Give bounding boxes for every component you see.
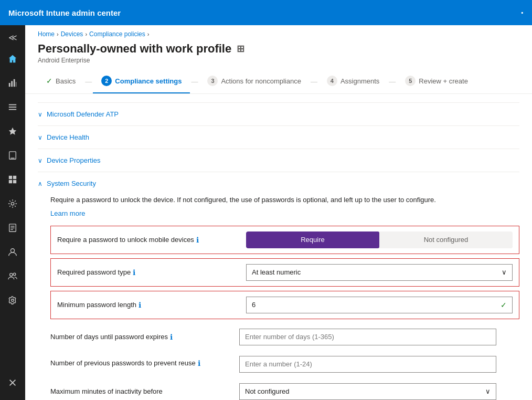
health-chevron-icon: ∨	[38, 134, 42, 141]
sidebar-icon-gear[interactable]	[0, 289, 25, 313]
topbar-title: Microsoft Intune admin center	[8, 8, 121, 17]
sidebar-icon-users[interactable]	[0, 265, 25, 289]
breadcrumb-home[interactable]: Home	[38, 30, 55, 38]
sidebar-icon-star[interactable]	[0, 120, 25, 144]
inactivity-chevron-icon: ∨	[485, 387, 491, 395]
password-type-label-text: Required password type	[57, 268, 131, 276]
wizard-tabs: ✓ Basics — 2 Compliance settings — 3 Act…	[25, 69, 532, 94]
password-type-control: At least numeric ∨	[246, 264, 513, 281]
password-type-info-icon[interactable]: ℹ	[133, 268, 135, 277]
form-row-expires: Number of days until password expires ℹ	[50, 323, 519, 351]
expires-label: Number of days until password expires ℹ	[50, 333, 239, 341]
inactivity-dropdown[interactable]: Not configured ∨	[239, 383, 496, 400]
section-properties: ∨ Device Properties	[38, 149, 519, 172]
min-length-info-icon[interactable]: ℹ	[139, 301, 141, 309]
min-length-value-row: 6 ✓	[252, 301, 507, 309]
previous-label: Number of previous passwords to prevent …	[50, 356, 239, 367]
expires-label-text: Number of days until password expires	[50, 333, 168, 341]
tab-assignments[interactable]: 4 Assignments	[318, 69, 388, 93]
learn-more-link[interactable]: Learn more	[50, 209, 85, 217]
tab-assignments-badge: 4	[327, 76, 337, 86]
properties-chevron-icon: ∨	[38, 157, 42, 164]
password-type-label: Required password type ℹ	[57, 268, 246, 277]
svg-rect-10	[9, 176, 12, 179]
sidebar-icon-grid[interactable]	[0, 169, 25, 193]
sidebar-icon-device[interactable]	[0, 144, 25, 169]
password-type-chevron-icon: ∨	[502, 268, 507, 276]
svg-rect-3	[16, 82, 16, 87]
sidebar-icon-settings[interactable]	[0, 193, 25, 217]
expires-control	[239, 329, 519, 345]
previous-control	[239, 356, 519, 373]
tab-review[interactable]: 5 Review + create	[397, 69, 476, 93]
svg-point-21	[13, 273, 16, 276]
tab-basics[interactable]: ✓ Basics	[38, 70, 84, 92]
previous-label-text: Number of previous passwords to prevent …	[50, 359, 196, 367]
sidebar-icon-report[interactable]	[0, 217, 25, 241]
section-security: ∧ System Security Require a password to …	[38, 172, 519, 400]
breadcrumb-policies[interactable]: Compliance policies	[89, 30, 145, 38]
section-security-header[interactable]: ∧ System Security	[38, 172, 519, 195]
section-properties-label: Device Properties	[47, 156, 101, 164]
svg-rect-13	[13, 180, 16, 183]
topbar-dot: ·	[520, 7, 524, 19]
toggle-not-configured[interactable]: Not configured	[379, 231, 513, 248]
security-chevron-icon: ∧	[38, 180, 42, 187]
inactivity-control: Not configured ∨	[239, 383, 519, 400]
form-row-password-type: Required password type ℹ At least numeri…	[50, 258, 519, 287]
form-area: ∨ Microsoft Defender ATP ∨ Device Health…	[25, 94, 532, 400]
tab-basics-label: Basics	[56, 77, 76, 85]
svg-rect-12	[9, 180, 12, 183]
section-defender: ∨ Microsoft Defender ATP	[38, 102, 519, 125]
page-title-row: Personally-owned with work profile ⊞	[38, 42, 519, 56]
min-length-label: Minimum password length ℹ	[57, 301, 246, 309]
svg-point-20	[10, 273, 13, 276]
sidebar-toggle[interactable]: ≪	[0, 27, 25, 48]
sidebar-icon-list[interactable]	[0, 96, 25, 120]
section-properties-header[interactable]: ∨ Device Properties	[38, 149, 519, 172]
toggle-require[interactable]: Require	[246, 231, 379, 248]
previous-info-icon[interactable]: ℹ	[198, 359, 200, 367]
min-length-control: 6 ✓	[246, 297, 513, 313]
section-security-body: Require a password to unlock the device.…	[38, 195, 519, 400]
inactivity-label: Maximum minutes of inactivity before	[50, 387, 239, 395]
require-password-toggle[interactable]: Require Not configured	[246, 231, 513, 248]
require-password-control: Require Not configured	[246, 231, 513, 248]
svg-rect-11	[13, 176, 16, 179]
section-defender-header[interactable]: ∨ Microsoft Defender ATP	[38, 103, 519, 125]
breadcrumb-devices[interactable]: Devices	[61, 30, 83, 38]
inactivity-value: Not configured	[245, 387, 290, 395]
sidebar-icon-user[interactable]	[0, 241, 25, 265]
page-header: Personally-owned with work profile ⊞ And…	[25, 40, 532, 69]
tab-review-label: Review + create	[419, 77, 468, 85]
previous-input[interactable]	[239, 356, 496, 373]
tab-review-badge: 5	[405, 76, 416, 86]
expires-input[interactable]	[239, 329, 496, 345]
tab-compliance[interactable]: 2 Compliance settings	[93, 69, 190, 93]
sidebar-icon-chart[interactable]	[0, 72, 25, 96]
section-health-header[interactable]: ∨ Device Health	[38, 126, 519, 149]
pin-icon[interactable]: ⊞	[237, 43, 244, 55]
svg-marker-7	[9, 128, 16, 135]
require-password-info-icon[interactable]: ℹ	[196, 236, 199, 244]
sidebar-icon-close[interactable]	[0, 372, 25, 396]
min-length-check-icon: ✓	[501, 301, 507, 309]
min-length-input[interactable]: 6 ✓	[246, 297, 513, 313]
form-row-previous: Number of previous passwords to prevent …	[50, 351, 519, 378]
inactivity-label-text: Maximum minutes of inactivity before	[50, 387, 163, 395]
svg-rect-9	[10, 158, 14, 159]
tab-noncompliance[interactable]: 3 Actions for noncompliance	[199, 69, 309, 93]
password-type-dropdown[interactable]: At least numeric ∨	[246, 264, 513, 281]
tab-assignments-label: Assignments	[341, 77, 379, 85]
svg-rect-0	[9, 83, 10, 87]
tab-noncompliance-label: Actions for noncompliance	[221, 77, 301, 85]
form-row-require-password: Require a password to unlock mobile devi…	[50, 226, 519, 254]
section-health-label: Device Health	[47, 133, 89, 141]
sidebar: ≪	[0, 25, 25, 400]
require-password-label-text: Require a password to unlock mobile devi…	[57, 236, 194, 244]
expires-info-icon[interactable]: ℹ	[170, 333, 173, 341]
sidebar-icon-home[interactable]	[0, 48, 25, 72]
svg-point-14	[11, 202, 14, 205]
breadcrumb: Home › Devices › Compliance policies ›	[25, 25, 532, 40]
password-type-value: At least numeric	[252, 268, 301, 276]
